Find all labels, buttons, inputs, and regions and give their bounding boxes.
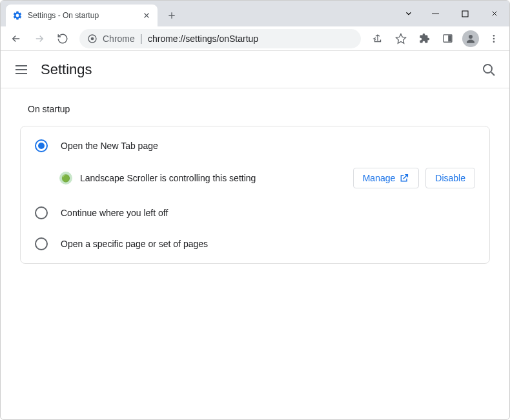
browser-tab[interactable]: Settings - On startup bbox=[6, 5, 158, 26]
svg-point-6 bbox=[493, 35, 495, 37]
extensions-icon[interactable] bbox=[414, 28, 434, 49]
svg-point-2 bbox=[91, 37, 94, 40]
option-specific[interactable]: Open a specific page or set of pages bbox=[21, 228, 489, 259]
window-controls bbox=[397, 1, 509, 26]
settings-content: On startup Open the New Tab page 🟢 Lands… bbox=[1, 88, 509, 279]
extension-icon: 🟢 bbox=[59, 172, 72, 185]
radio-unchecked-icon[interactable] bbox=[35, 206, 48, 219]
option-label: Open the New Tab page bbox=[61, 141, 158, 151]
extension-notice: 🟢 Landscape Scroller is controlling this… bbox=[21, 161, 489, 197]
chrome-icon bbox=[87, 34, 97, 44]
manage-label: Manage bbox=[363, 173, 396, 183]
maximize-button[interactable] bbox=[450, 3, 480, 24]
forward-button[interactable] bbox=[29, 28, 50, 49]
share-icon[interactable] bbox=[367, 28, 388, 49]
svg-point-8 bbox=[493, 41, 495, 43]
window-titlebar: Settings - On startup bbox=[1, 1, 509, 26]
reload-button[interactable] bbox=[52, 28, 73, 49]
svg-rect-4 bbox=[448, 35, 451, 42]
manage-button[interactable]: Manage bbox=[353, 168, 420, 188]
hamburger-icon[interactable] bbox=[14, 62, 29, 77]
side-panel-icon[interactable] bbox=[437, 28, 458, 49]
svg-point-7 bbox=[493, 37, 495, 39]
avatar-icon bbox=[462, 30, 479, 47]
minimize-button[interactable] bbox=[420, 3, 450, 24]
settings-header: Settings bbox=[1, 51, 509, 88]
menu-icon[interactable] bbox=[484, 28, 504, 49]
option-new-tab[interactable]: Open the New Tab page bbox=[21, 130, 489, 161]
section-title: On startup bbox=[20, 104, 490, 114]
tab-title: Settings - On startup bbox=[28, 11, 137, 20]
close-icon[interactable] bbox=[142, 11, 151, 20]
url-separator: | bbox=[140, 33, 143, 45]
gear-icon bbox=[12, 10, 23, 21]
close-button[interactable] bbox=[480, 3, 509, 24]
radio-checked-icon[interactable] bbox=[35, 139, 48, 152]
chevron-down-icon[interactable] bbox=[397, 3, 420, 24]
svg-point-9 bbox=[484, 65, 492, 73]
startup-card: Open the New Tab page 🟢 Landscape Scroll… bbox=[20, 126, 490, 264]
address-bar[interactable]: Chrome | chrome://settings/onStartup bbox=[79, 29, 361, 48]
page-title: Settings bbox=[41, 61, 481, 78]
disable-button[interactable]: Disable bbox=[425, 168, 475, 188]
radio-unchecked-icon[interactable] bbox=[35, 237, 48, 250]
svg-point-5 bbox=[469, 35, 473, 39]
back-button[interactable] bbox=[6, 28, 26, 49]
new-tab-button[interactable] bbox=[163, 6, 181, 25]
option-label: Open a specific page or set of pages bbox=[61, 239, 208, 249]
url-prefix: Chrome bbox=[103, 34, 135, 44]
bookmark-icon[interactable] bbox=[391, 28, 411, 49]
option-label: Continue where you left off bbox=[61, 208, 168, 218]
search-icon[interactable] bbox=[481, 62, 496, 77]
option-continue[interactable]: Continue where you left off bbox=[21, 197, 489, 228]
extension-message: Landscape Scroller is controlling this s… bbox=[80, 173, 345, 183]
url-text: chrome://settings/onStartup bbox=[148, 34, 258, 44]
disable-label: Disable bbox=[435, 173, 465, 183]
launch-icon bbox=[399, 173, 409, 183]
profile-button[interactable] bbox=[460, 28, 481, 49]
svg-rect-0 bbox=[462, 11, 468, 17]
browser-toolbar: Chrome | chrome://settings/onStartup bbox=[1, 26, 509, 51]
